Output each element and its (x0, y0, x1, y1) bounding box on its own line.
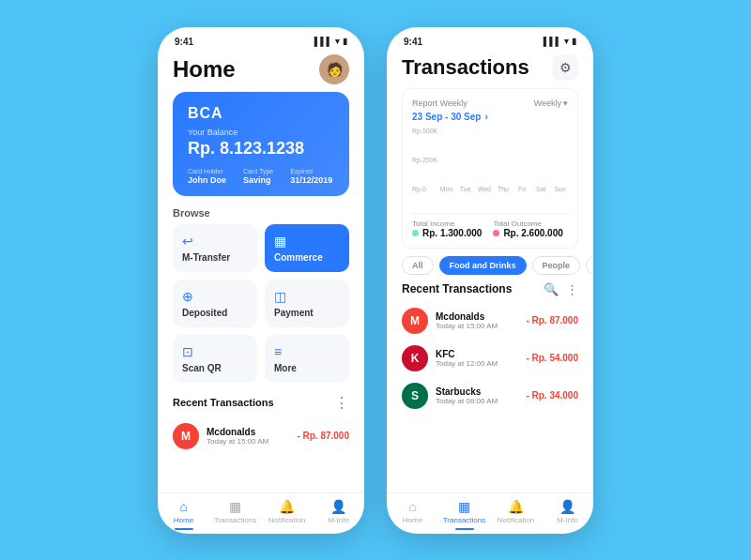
tx-logo-kfc: K (402, 345, 428, 371)
weekly-label: Weekly (534, 98, 561, 108)
filter-all[interactable]: All (402, 256, 434, 275)
card-bank-name: BCA (188, 105, 334, 122)
nav-minfo-tx[interactable]: 👤 M-Info (542, 499, 593, 530)
tx-name-mcdonalds-home: Mcdonalds (207, 427, 289, 437)
bottom-nav-tx: ⌂ Home ▦ Transactions 🔔 Notification 👤 M… (387, 492, 593, 534)
nav-home-label: Home (174, 516, 193, 524)
bar-sun: Sun (552, 185, 568, 192)
tx-item-starbucks: S Starbucks Today at 08:00 AM - Rp. 34.0… (387, 377, 593, 415)
card-holder-value: John Doe (188, 175, 226, 185)
gear-button[interactable]: ⚙ (552, 54, 578, 81)
nav-home-tx[interactable]: ⌂ Home (387, 499, 438, 530)
battery-icon-tx: ▮ (572, 37, 576, 46)
tx-time-mcdonalds-home: Today at 15:00 AM (207, 437, 289, 446)
outcome-value-row: Rp. 2.600.000 (493, 228, 562, 238)
bank-card: BCA Your Balance Rp. 8.123.1238 Card Hol… (173, 92, 349, 196)
filter-people[interactable]: People (532, 256, 581, 275)
tx-info-starbucks: Starbucks Today at 08:00 AM (436, 386, 518, 405)
wifi-icon: ▾ (335, 37, 340, 46)
nav-transactions-home[interactable]: ▦ Transactions (209, 499, 261, 530)
nav-home[interactable]: ⌂ Home (158, 499, 209, 530)
nav-notification-label-home: Notification (268, 516, 306, 524)
recent-tx-title: Recent Transactions (402, 282, 512, 295)
chart-visual: Rp.500K Rp.250K Rp.0 Mon (412, 128, 568, 207)
status-bar-tx: 9:41 ▌▌▌ ▾ ▮ (387, 27, 593, 51)
nav-home-indicator (175, 528, 193, 530)
dropdown-arrow-icon: ▾ (563, 98, 568, 108)
chart-top: Report Weekly Weekly ▾ (412, 98, 568, 108)
nav-notification-tx[interactable]: 🔔 Notification (490, 499, 542, 530)
tx-amount-starbucks: - Rp. 34.000 (526, 390, 578, 401)
outcome-value: Rp. 2.600.000 (503, 228, 562, 238)
income-value: Rp. 1.300.000 (422, 228, 482, 238)
tx-time-kfc: Today at 12:00 AM (436, 359, 518, 368)
day-label-wed: Wed (478, 186, 491, 192)
card-expiry-info: Expired 31/12/2019 (290, 168, 332, 185)
browse-item-deposited[interactable]: ⊕ Deposited (173, 280, 257, 327)
options-icon[interactable]: ⋮ (566, 282, 578, 296)
battery-icon: ▮ (343, 37, 347, 46)
y-label-250: Rp.250K (412, 157, 438, 163)
tx-logo-starbucks: S (402, 383, 428, 409)
nav-transactions-icon-home: ▦ (229, 499, 241, 514)
nav-transactions-tx[interactable]: ▦ Transactions (438, 499, 490, 530)
recent-more-button[interactable]: ⋮ (334, 394, 349, 412)
more-label: More (274, 363, 297, 373)
nav-minfo-home[interactable]: 👤 M-Info (313, 499, 364, 530)
filter-food[interactable]: Food and Drinks (439, 256, 527, 275)
search-icon[interactable]: 🔍 (544, 282, 559, 296)
tx-info-mcdonalds-home: Mcdonalds Today at 15:00 AM (207, 427, 289, 446)
nav-notification-icon-tx: 🔔 (508, 499, 524, 514)
deposited-icon: ⊕ (182, 289, 193, 304)
home-title: Home (173, 56, 236, 83)
date-range-arrow: › (484, 112, 487, 122)
tx-amount-mcdonalds-home: - Rp. 87.000 (297, 431, 349, 441)
card-holder-info: Card Holder John Doe (188, 168, 226, 185)
tx-info-kfc: KFC Today at 12:00 AM (436, 349, 518, 368)
status-time-tx: 9:41 (404, 37, 422, 47)
scan-qr-label: Scan QR (182, 363, 222, 373)
browse-item-scan-qr[interactable]: ⊡ Scan QR (173, 335, 257, 383)
income-dot (412, 230, 419, 236)
nav-minfo-icon-home: 👤 (330, 499, 346, 514)
more-icon: ≡ (274, 344, 282, 359)
tx-logo-mcdonalds: M (402, 308, 428, 334)
nav-notification-home[interactable]: 🔔 Notification (261, 499, 313, 530)
chart-section: Report Weekly Weekly ▾ 23 Sep - 30 Sep ›… (402, 88, 578, 249)
tx-time-mcdonalds: Today at 15:00 AM (436, 322, 518, 330)
nav-transactions-icon-tx: ▦ (458, 499, 470, 514)
card-holder-label: Card Holder (188, 168, 226, 174)
browse-item-payment[interactable]: ◫ Payment (265, 280, 349, 327)
legend-income: Total Income Rp. 1.300.000 (412, 219, 482, 238)
recent-header-home: Recent Transactions ⋮ (158, 390, 364, 417)
day-label-sat: Sat (536, 186, 546, 192)
day-label-sun: Sun (554, 186, 565, 192)
day-label-mon: Mon (440, 186, 453, 192)
filter-shopp[interactable]: Shopp... (586, 256, 593, 275)
nav-home-label-tx: Home (403, 516, 422, 524)
bar-wed: Wed (476, 185, 492, 192)
tx-name-kfc: KFC (436, 349, 518, 359)
payment-label: Payment (274, 308, 314, 318)
browse-item-more[interactable]: ≡ More (265, 335, 349, 383)
chart-legend: Total Income Rp. 1.300.000 Total Outcome… (412, 213, 568, 238)
m-transfer-icon: ↩ (182, 234, 193, 249)
commerce-label: Commerce (274, 252, 323, 263)
tx-amount-mcdonalds: - Rp. 87.000 (526, 315, 578, 325)
weekly-selector[interactable]: Weekly ▾ (534, 98, 568, 108)
y-label-500: Rp.500K (412, 128, 438, 134)
commerce-icon: ▦ (274, 234, 286, 249)
browse-section-title: Browse (158, 207, 364, 224)
phones-container: 9:41 ▌▌▌ ▾ ▮ Home 🧑 BCA Your Balance Rp.… (158, 27, 593, 534)
tx-name-starbucks: Starbucks (436, 386, 518, 397)
browse-item-commerce[interactable]: ▦ Commerce (265, 224, 349, 272)
deposited-label: Deposited (182, 308, 227, 318)
card-type-label: Card Type (243, 168, 273, 174)
nav-transactions-label-home: Transactions (214, 516, 257, 524)
nav-minfo-label-home: M-Info (328, 516, 349, 524)
income-value-row: Rp. 1.300.000 (412, 228, 482, 238)
signal-icon-tx: ▌▌▌ (544, 37, 561, 46)
nav-tx-indicator (455, 528, 474, 530)
card-type-value: Saving (243, 175, 273, 185)
browse-item-m-transfer[interactable]: ↩ M-Transfer (173, 224, 257, 272)
